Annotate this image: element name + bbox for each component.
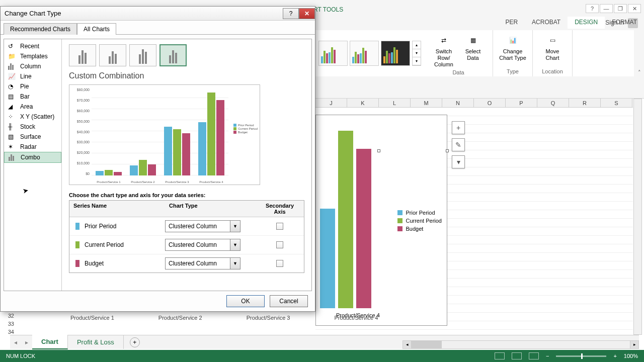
vertical-scrollbar[interactable] bbox=[633, 99, 642, 335]
ok-button[interactable]: OK bbox=[226, 295, 265, 307]
collapse-ribbon-icon[interactable]: ˄ bbox=[638, 69, 641, 76]
secondary-axis-checkbox[interactable] bbox=[276, 260, 283, 267]
colhdr[interactable]: R bbox=[569, 99, 601, 107]
legend-swatch bbox=[397, 218, 403, 223]
resize-handle[interactable] bbox=[446, 149, 449, 152]
colhdr[interactable]: S bbox=[601, 99, 632, 107]
preview-bar bbox=[198, 122, 206, 175]
change-chart-type-button[interactable]: 📊 Change Chart Type bbox=[498, 32, 527, 62]
chart-style-thumb[interactable] bbox=[350, 41, 379, 66]
view-normal-icon[interactable] bbox=[495, 352, 505, 359]
cancel-button[interactable]: Cancel bbox=[270, 295, 308, 307]
colhdr[interactable]: Q bbox=[537, 99, 569, 107]
zoom-out-button[interactable]: − bbox=[546, 353, 549, 359]
category-scatter[interactable]: ⁘X Y (Scatter) bbox=[4, 112, 61, 122]
combo-subtype-2[interactable] bbox=[99, 44, 126, 66]
category-line[interactable]: 📈Line bbox=[4, 71, 61, 81]
scatter-icon: ⁘ bbox=[8, 113, 16, 120]
chart-styles-gallery[interactable]: ▴▾▾ bbox=[315, 30, 424, 76]
dialog-titlebar[interactable]: Change Chart Type ? ✕ bbox=[1, 7, 315, 21]
combo-subtype-row bbox=[69, 44, 304, 66]
stock-icon: ╫ bbox=[8, 123, 16, 130]
sheet-tab-chart[interactable]: Chart bbox=[32, 335, 68, 349]
colhdr[interactable]: M bbox=[411, 99, 442, 107]
switch-row-column-button[interactable]: ⇄ Switch Row/ Column bbox=[429, 32, 458, 69]
chart-icon: 📊 bbox=[505, 33, 521, 47]
colhdr[interactable]: J bbox=[315, 99, 347, 107]
colhdr[interactable]: P bbox=[506, 99, 537, 107]
tab-all-charts[interactable]: All Charts bbox=[77, 23, 116, 35]
add-sheet-button[interactable]: + bbox=[130, 337, 140, 347]
chart-type-select[interactable]: Clustered Column▼ bbox=[165, 239, 240, 251]
chart-type-select[interactable]: Clustered Column▼ bbox=[165, 220, 240, 232]
select-data-button[interactable]: ▦ Select Data bbox=[458, 32, 488, 69]
secondary-axis-checkbox[interactable] bbox=[276, 241, 283, 248]
category-area[interactable]: ◢Area bbox=[4, 102, 61, 112]
sheet-tab-pl[interactable]: Profit & Loss bbox=[68, 335, 124, 349]
colhdr[interactable]: O bbox=[474, 99, 506, 107]
dialog-title: Change Chart Type bbox=[5, 10, 61, 17]
category-radar[interactable]: ✶Radar bbox=[4, 142, 61, 152]
combo-subtype-custom[interactable] bbox=[159, 44, 187, 66]
app-help-icon[interactable]: ? bbox=[586, 4, 599, 13]
chart-style-thumb[interactable] bbox=[381, 41, 410, 66]
grid-icon: ▦ bbox=[465, 33, 481, 47]
category-surface[interactable]: ▧Surface bbox=[4, 132, 61, 142]
line-icon: 📈 bbox=[8, 73, 16, 80]
view-break-icon[interactable] bbox=[529, 352, 539, 359]
series-row: Prior Period Clustered Column▼ bbox=[69, 217, 304, 236]
zoom-in-button[interactable]: + bbox=[613, 353, 616, 359]
th-series-name: Series Name bbox=[69, 201, 165, 217]
preview-bar bbox=[216, 100, 224, 175]
resize-handle[interactable] bbox=[377, 149, 380, 152]
app-close-button[interactable]: ✕ bbox=[628, 4, 641, 13]
ribbon-tab-acrobat[interactable]: ACROBAT bbox=[525, 17, 568, 29]
surface-icon: ▧ bbox=[8, 133, 16, 140]
status-bar: NUM LOCK − + 100% bbox=[0, 350, 644, 362]
horizontal-scrollbar[interactable]: ◂▸ bbox=[403, 340, 639, 349]
chart-bar bbox=[320, 209, 335, 308]
colhdr[interactable]: K bbox=[347, 99, 379, 107]
dialog-help-button[interactable]: ? bbox=[283, 8, 299, 19]
view-layout-icon[interactable] bbox=[512, 352, 522, 359]
combo-subtype-1[interactable] bbox=[69, 44, 96, 66]
category-templates[interactable]: 📁Templates bbox=[4, 51, 61, 61]
chart-type-select[interactable]: Clustered Column▼ bbox=[165, 257, 240, 269]
secondary-axis-checkbox[interactable] bbox=[276, 223, 283, 230]
app-restore-button[interactable]: ❐ bbox=[614, 4, 627, 13]
category-column[interactable]: Column bbox=[4, 61, 61, 71]
category-stock[interactable]: ╫Stock bbox=[4, 122, 61, 132]
category-pie[interactable]: ◔Pie bbox=[4, 81, 61, 92]
tab-recommended-charts[interactable]: Recommended Charts bbox=[4, 23, 77, 35]
colhdr[interactable]: L bbox=[379, 99, 411, 107]
combo-icon bbox=[9, 154, 17, 161]
zoom-slider[interactable] bbox=[556, 355, 606, 357]
column-headers: J K L M N O P Q R S bbox=[315, 99, 633, 108]
group-label-type: Type bbox=[507, 68, 519, 74]
ribbon-tab-design[interactable]: DESIGN bbox=[568, 17, 605, 29]
preview-bar bbox=[114, 172, 122, 175]
chart-style-thumb[interactable] bbox=[318, 41, 348, 66]
category-recent[interactable]: ↺Recent bbox=[4, 41, 61, 51]
category-combo[interactable]: Combo bbox=[4, 152, 61, 163]
colhdr[interactable]: N bbox=[442, 99, 474, 107]
chart-legend: Prior Period Current Period Budget bbox=[397, 208, 442, 234]
chart-filter-icon[interactable]: ▾ bbox=[452, 155, 465, 168]
move-chart-button[interactable]: ▭ Move Chart bbox=[538, 32, 567, 62]
chart-style-brush-icon[interactable]: ✎ bbox=[452, 138, 465, 151]
th-secondary-axis: Secondary Axis bbox=[256, 201, 304, 217]
chart-add-element-icon[interactable]: + bbox=[452, 121, 465, 134]
category-bar[interactable]: ▤Bar bbox=[4, 92, 61, 102]
ribbon-tab-developer[interactable]: PER bbox=[498, 17, 525, 29]
embedded-chart[interactable]: Prior Period Current Period Budget Produ… bbox=[315, 115, 447, 326]
combo-subtype-3[interactable] bbox=[129, 44, 156, 66]
gallery-scroll[interactable]: ▴▾▾ bbox=[412, 41, 421, 66]
dialog-close-button[interactable]: ✕ bbox=[299, 8, 315, 19]
chart-category-list: ↺Recent 📁Templates Column 📈Line ◔Pie ▤Ba… bbox=[4, 39, 62, 291]
ribbon-tab-format[interactable]: FORMAT bbox=[605, 17, 644, 29]
tab-prev-icon[interactable]: ◂ bbox=[10, 339, 21, 346]
app-minimize-button[interactable]: — bbox=[600, 4, 613, 13]
chevron-down-icon: ▼ bbox=[230, 258, 240, 269]
tab-next-icon[interactable]: ▸ bbox=[21, 339, 32, 346]
zoom-level[interactable]: 100% bbox=[624, 353, 638, 359]
